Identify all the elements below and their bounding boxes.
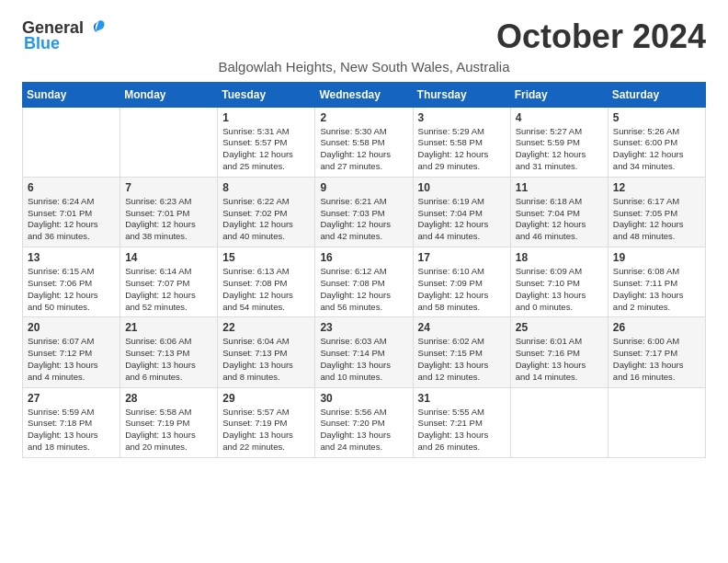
calendar-cell: 18Sunrise: 6:09 AM Sunset: 7:10 PM Dayli… [510,247,608,317]
day-info: Sunrise: 6:00 AM Sunset: 7:17 PM Dayligh… [613,336,700,383]
day-number: 28 [125,392,212,405]
day-info: Sunrise: 6:12 AM Sunset: 7:08 PM Dayligh… [320,266,407,313]
calendar-cell: 4Sunrise: 5:27 AM Sunset: 5:59 PM Daylig… [510,107,608,177]
day-number: 12 [613,181,700,194]
day-info: Sunrise: 5:29 AM Sunset: 5:58 PM Dayligh… [418,126,506,173]
day-number: 6 [28,181,115,194]
weekday-header-sunday: Sunday [23,82,120,107]
day-number: 11 [516,181,603,194]
day-info: Sunrise: 6:09 AM Sunset: 7:10 PM Dayligh… [516,266,603,313]
day-number: 25 [516,321,603,334]
weekday-header-wednesday: Wednesday [315,82,413,107]
calendar-cell: 31Sunrise: 5:55 AM Sunset: 7:21 PM Dayli… [413,387,510,457]
day-info: Sunrise: 6:19 AM Sunset: 7:04 PM Dayligh… [418,196,506,243]
calendar-cell: 2Sunrise: 5:30 AM Sunset: 5:58 PM Daylig… [315,107,413,177]
day-number: 9 [320,181,407,194]
day-number: 3 [418,111,506,124]
day-info: Sunrise: 6:18 AM Sunset: 7:04 PM Dayligh… [516,196,603,243]
day-number: 4 [516,111,603,124]
week-row-1: 1Sunrise: 5:31 AM Sunset: 5:57 PM Daylig… [23,107,706,177]
calendar-cell: 14Sunrise: 6:14 AM Sunset: 7:07 PM Dayli… [120,247,218,317]
day-info: Sunrise: 6:04 AM Sunset: 7:13 PM Dayligh… [222,336,310,383]
weekday-header-saturday: Saturday [608,82,705,107]
day-number: 15 [222,251,310,264]
calendar-cell: 7Sunrise: 6:23 AM Sunset: 7:01 PM Daylig… [120,177,218,247]
day-number: 19 [613,251,700,264]
calendar-cell: 20Sunrise: 6:07 AM Sunset: 7:12 PM Dayli… [23,317,120,387]
calendar-cell: 9Sunrise: 6:21 AM Sunset: 7:03 PM Daylig… [315,177,413,247]
day-info: Sunrise: 6:23 AM Sunset: 7:01 PM Dayligh… [125,196,212,243]
calendar-cell: 26Sunrise: 6:00 AM Sunset: 7:17 PM Dayli… [608,317,705,387]
day-number: 31 [418,392,506,405]
day-info: Sunrise: 5:58 AM Sunset: 7:19 PM Dayligh… [125,407,212,454]
day-info: Sunrise: 6:07 AM Sunset: 7:12 PM Dayligh… [28,336,115,383]
calendar-cell: 6Sunrise: 6:24 AM Sunset: 7:01 PM Daylig… [23,177,120,247]
day-info: Sunrise: 5:30 AM Sunset: 5:58 PM Dayligh… [320,126,407,173]
day-info: Sunrise: 5:57 AM Sunset: 7:19 PM Dayligh… [222,407,310,454]
calendar-cell: 22Sunrise: 6:04 AM Sunset: 7:13 PM Dayli… [218,317,315,387]
day-number: 18 [516,251,603,264]
day-number: 21 [125,321,212,334]
calendar-cell: 25Sunrise: 6:01 AM Sunset: 7:16 PM Dayli… [510,317,608,387]
day-info: Sunrise: 5:55 AM Sunset: 7:21 PM Dayligh… [418,407,506,454]
location-title: Balgowlah Heights, New South Wales, Aust… [22,59,706,75]
calendar-cell: 15Sunrise: 6:13 AM Sunset: 7:08 PM Dayli… [218,247,315,317]
week-row-2: 6Sunrise: 6:24 AM Sunset: 7:01 PM Daylig… [23,177,706,247]
weekday-header-friday: Friday [510,82,608,107]
day-info: Sunrise: 6:01 AM Sunset: 7:16 PM Dayligh… [516,336,603,383]
day-info: Sunrise: 6:17 AM Sunset: 7:05 PM Dayligh… [613,196,700,243]
week-row-4: 20Sunrise: 6:07 AM Sunset: 7:12 PM Dayli… [23,317,706,387]
week-row-3: 13Sunrise: 6:15 AM Sunset: 7:06 PM Dayli… [23,247,706,317]
day-number: 20 [28,321,115,334]
calendar-cell: 17Sunrise: 6:10 AM Sunset: 7:09 PM Dayli… [413,247,510,317]
day-number: 17 [418,251,506,264]
day-info: Sunrise: 6:21 AM Sunset: 7:03 PM Dayligh… [320,196,407,243]
day-number: 10 [418,181,506,194]
day-info: Sunrise: 6:10 AM Sunset: 7:09 PM Dayligh… [418,266,506,313]
logo: General Blue [22,18,106,53]
day-info: Sunrise: 6:14 AM Sunset: 7:07 PM Dayligh… [125,266,212,313]
day-info: Sunrise: 6:02 AM Sunset: 7:15 PM Dayligh… [418,336,506,383]
day-number: 29 [222,392,310,405]
logo-bird-icon [85,17,106,38]
weekday-header-tuesday: Tuesday [218,82,315,107]
calendar-cell: 1Sunrise: 5:31 AM Sunset: 5:57 PM Daylig… [218,107,315,177]
weekday-header-thursday: Thursday [413,82,510,107]
calendar-cell: 12Sunrise: 6:17 AM Sunset: 7:05 PM Dayli… [608,177,705,247]
weekday-header-row: SundayMondayTuesdayWednesdayThursdayFrid… [23,82,706,107]
calendar-cell [608,387,705,457]
day-number: 1 [222,111,310,124]
day-info: Sunrise: 6:24 AM Sunset: 7:01 PM Dayligh… [28,196,115,243]
day-number: 24 [418,321,506,334]
day-info: Sunrise: 6:03 AM Sunset: 7:14 PM Dayligh… [320,336,407,383]
calendar-cell: 10Sunrise: 6:19 AM Sunset: 7:04 PM Dayli… [413,177,510,247]
day-info: Sunrise: 5:27 AM Sunset: 5:59 PM Dayligh… [516,126,603,173]
calendar-cell: 24Sunrise: 6:02 AM Sunset: 7:15 PM Dayli… [413,317,510,387]
day-number: 8 [222,181,310,194]
logo-blue: Blue [24,34,60,53]
calendar-cell: 13Sunrise: 6:15 AM Sunset: 7:06 PM Dayli… [23,247,120,317]
day-info: Sunrise: 6:15 AM Sunset: 7:06 PM Dayligh… [28,266,115,313]
day-number: 13 [28,251,115,264]
calendar-cell: 16Sunrise: 6:12 AM Sunset: 7:08 PM Dayli… [315,247,413,317]
day-number: 27 [28,392,115,405]
day-number: 23 [320,321,407,334]
day-info: Sunrise: 5:59 AM Sunset: 7:18 PM Dayligh… [28,407,115,454]
day-number: 26 [613,321,700,334]
calendar-cell: 21Sunrise: 6:06 AM Sunset: 7:13 PM Dayli… [120,317,218,387]
calendar-cell: 19Sunrise: 6:08 AM Sunset: 7:11 PM Dayli… [608,247,705,317]
day-info: Sunrise: 5:31 AM Sunset: 5:57 PM Dayligh… [222,126,310,173]
day-number: 30 [320,392,407,405]
calendar-cell: 5Sunrise: 5:26 AM Sunset: 6:00 PM Daylig… [608,107,705,177]
calendar-cell: 30Sunrise: 5:56 AM Sunset: 7:20 PM Dayli… [315,387,413,457]
calendar-cell: 28Sunrise: 5:58 AM Sunset: 7:19 PM Dayli… [120,387,218,457]
calendar-cell: 23Sunrise: 6:03 AM Sunset: 7:14 PM Dayli… [315,317,413,387]
month-title: October 2024 [496,18,706,55]
calendar-cell [120,107,218,177]
day-number: 22 [222,321,310,334]
day-number: 14 [125,251,212,264]
calendar-cell: 29Sunrise: 5:57 AM Sunset: 7:19 PM Dayli… [218,387,315,457]
header: General Blue October 2024 [22,18,706,55]
calendar: SundayMondayTuesdayWednesdayThursdayFrid… [22,82,706,458]
calendar-cell: 11Sunrise: 6:18 AM Sunset: 7:04 PM Dayli… [510,177,608,247]
